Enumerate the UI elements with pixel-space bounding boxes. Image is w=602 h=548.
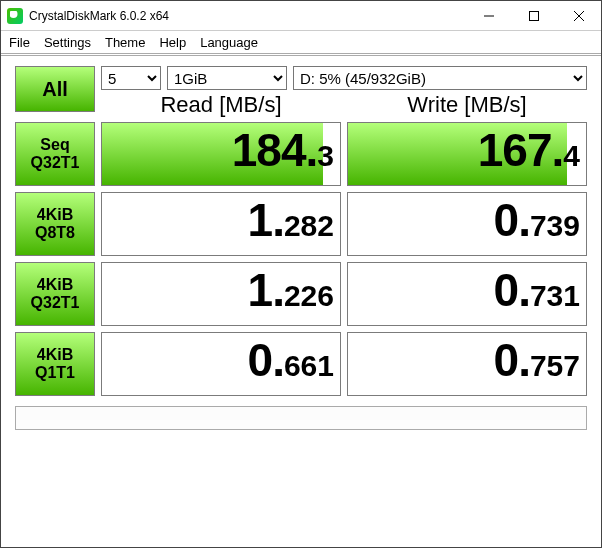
menu-file[interactable]: File xyxy=(9,35,30,50)
read-header: Read [MB/s] xyxy=(101,94,341,116)
read-value-4k-q32t1: 1.226 xyxy=(101,262,341,326)
run-all-button[interactable]: All xyxy=(15,66,95,112)
read-value-4k-q8t8: 1.282 xyxy=(101,192,341,256)
titlebar: CrystalDiskMark 6.0.2 x64 xyxy=(1,1,601,31)
run-4k-q8t8-button[interactable]: 4KiB Q8T8 xyxy=(15,192,95,256)
run-seq-q32t1-button[interactable]: Seq Q32T1 xyxy=(15,122,95,186)
write-value-4k-q8t8: 0.739 xyxy=(347,192,587,256)
test-count-select[interactable]: 5 xyxy=(101,66,161,90)
write-value-seq-q32t1: 167.4 xyxy=(347,122,587,186)
read-value-seq-q32t1: 184.3 xyxy=(101,122,341,186)
close-icon xyxy=(574,11,584,21)
menu-theme[interactable]: Theme xyxy=(105,35,145,50)
write-header: Write [MB/s] xyxy=(347,94,587,116)
drive-select[interactable]: D: 5% (45/932GiB) xyxy=(293,66,587,90)
minimize-button[interactable] xyxy=(466,1,511,30)
app-window: CrystalDiskMark 6.0.2 x64 File Settings … xyxy=(0,0,602,548)
app-icon xyxy=(7,8,23,24)
svg-rect-1 xyxy=(529,11,538,20)
minimize-icon xyxy=(484,11,494,21)
menu-help[interactable]: Help xyxy=(159,35,186,50)
maximize-button[interactable] xyxy=(511,1,556,30)
run-4k-q1t1-button[interactable]: 4KiB Q1T1 xyxy=(15,332,95,396)
test-size-select[interactable]: 1GiB xyxy=(167,66,287,90)
run-4k-q32t1-button[interactable]: 4KiB Q32T1 xyxy=(15,262,95,326)
status-bar xyxy=(15,406,587,430)
menu-settings[interactable]: Settings xyxy=(44,35,91,50)
menubar: File Settings Theme Help Language xyxy=(1,31,601,53)
content-area: All 5 1GiB D: 5% (45/932GiB) Read [MB/s]… xyxy=(1,53,601,547)
close-button[interactable] xyxy=(556,1,601,30)
maximize-icon xyxy=(529,11,539,21)
window-title: CrystalDiskMark 6.0.2 x64 xyxy=(29,9,169,23)
menu-language[interactable]: Language xyxy=(200,35,258,50)
read-value-4k-q1t1: 0.661 xyxy=(101,332,341,396)
write-value-4k-q32t1: 0.731 xyxy=(347,262,587,326)
write-value-4k-q1t1: 0.757 xyxy=(347,332,587,396)
